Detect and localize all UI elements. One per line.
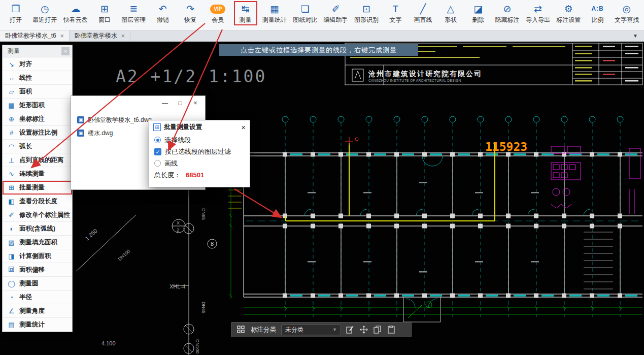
toolbar-button-scale[interactable]: A:B比例	[587, 2, 608, 24]
toolbar-label: 形状	[445, 16, 457, 24]
toolbar-button-recent-open[interactable]: ◷最近打开	[32, 2, 57, 24]
radio-unselected-icon[interactable]	[154, 160, 161, 167]
measure-item-point-to-line[interactable]: ⊥点到直线的距离	[3, 153, 72, 167]
toolbar-button-drawing-compare[interactable]: ❏图纸对比	[293, 2, 317, 24]
edit-annotation-icon[interactable]	[346, 326, 355, 334]
tab-label: 卧佛堂教学楼水_t6	[5, 31, 56, 40]
radio-selected-icon[interactable]	[154, 137, 161, 143]
measure-item-modify-annotation[interactable]: ✐修改单个标注属性	[3, 208, 72, 222]
measure-item-align[interactable]: ↘对齐	[3, 57, 72, 71]
toolbar-button-annotation-settings[interactable]: ⚙标注设置	[556, 2, 581, 24]
gear-icon: ⚙	[564, 2, 573, 16]
toolbar-button-text-search[interactable]: ◎文字查找	[615, 2, 639, 24]
angle-icon: ∠	[7, 307, 16, 315]
toolbar-label: 文字查找	[615, 16, 639, 24]
measure-item-angle[interactable]: ∠测量角度	[3, 304, 72, 318]
toolbar-button-measure[interactable]: ↹测量	[235, 2, 256, 24]
category-dropdown[interactable]: 未分类 ▼	[281, 325, 341, 335]
toolbar-label: 比例	[592, 16, 604, 24]
measure-item-radius[interactable]: ◔半径	[3, 291, 72, 304]
measure-item-area-offset[interactable]: 回面积偏移	[3, 263, 72, 277]
panel-close-icon[interactable]: ×	[61, 47, 70, 55]
toolbar-label: 画直线	[414, 16, 432, 24]
toolbar-button-cloud-disk[interactable]: ☁快看云盘	[63, 2, 88, 24]
measure-panel-header: 测量 ×	[3, 45, 72, 57]
area-icon: ▱	[7, 88, 16, 95]
measure-item-continuous[interactable]: ∿连续测量	[3, 167, 72, 181]
measure-item-batch[interactable]: ⊞批量测量	[3, 181, 72, 195]
tab-close-icon[interactable]: ×	[121, 33, 125, 40]
radio-draw-line[interactable]: 画线	[149, 157, 250, 169]
recognition-frame-icon: ⊡	[362, 2, 370, 16]
measure-item-fill-area[interactable]: ▨测量填充面积	[3, 236, 72, 249]
rect-area-icon: ▦	[7, 102, 16, 109]
measure-item-circle[interactable]: ◯测量圆	[3, 277, 72, 291]
measure-item-label: 弧长	[19, 142, 32, 151]
close-icon[interactable]: ×	[188, 100, 203, 107]
toolbar-button-hide-annotations[interactable]: ⊘隐藏标注	[495, 2, 520, 24]
toolbar-label: 文字	[389, 16, 401, 24]
toolbar-button-text[interactable]: T文字	[385, 2, 406, 24]
measure-item-segment-length[interactable]: ◧查看分段长度	[3, 195, 72, 208]
measure-item-linear[interactable]: ↔线性	[3, 71, 72, 85]
checkbox-checked-icon[interactable]: ✓	[154, 148, 161, 155]
pipe-label-dn100-b: DN100	[195, 339, 200, 353]
toolbar-label: 会员	[212, 16, 224, 24]
tab-label: 卧佛堂教学楼水	[75, 31, 117, 40]
batch-measure-icon: ⊞	[7, 184, 16, 191]
measure-item-arc-length[interactable]: ◠弧长	[3, 140, 72, 153]
toolbar-button-undo[interactable]: ↶撤销	[152, 2, 174, 24]
maximize-icon[interactable]: □	[173, 100, 188, 107]
toolbar-button-draw-line[interactable]: ╱画直线	[413, 2, 434, 24]
toolbar-button-shape-recognition[interactable]: ⊡图形识别	[354, 2, 379, 24]
toolbar-button-vip[interactable]: VIP会员	[207, 2, 228, 24]
measure-item-area-arc[interactable]: ◗面积(含弧线)	[3, 222, 72, 236]
toolbar-button-import-export[interactable]: ⇄导入导出	[526, 2, 550, 24]
move-annotation-icon[interactable]	[360, 326, 368, 334]
measure-item-label: 连续测量	[19, 170, 45, 178]
radius-icon: ◔	[7, 294, 16, 301]
measure-item-side-area[interactable]: ◨计算侧面积	[3, 249, 72, 263]
file-name: 卧佛堂教学楼水_t6.dwg	[88, 116, 152, 124]
open-folder-icon: ❐	[11, 2, 20, 16]
total-length-label: 总长度：	[154, 171, 181, 180]
checkbox-layer-filter[interactable]: ✓ 按已选线段的图层过滤	[149, 146, 250, 157]
edit-pencil-icon: ✐	[7, 211, 16, 219]
paste-annotation-icon[interactable]	[387, 326, 396, 334]
close-icon[interactable]: ×	[241, 123, 246, 132]
file-dialog-titlebar: — □ ×	[71, 96, 205, 110]
cloud-icon: ☁	[71, 2, 80, 16]
measure-item-rect-area[interactable]: ▦矩形面积	[3, 99, 72, 112]
toolbar-button-window[interactable]: ⊞窗口	[94, 2, 115, 24]
toolbar-button-open[interactable]: ❐打开	[5, 2, 26, 24]
tab-document-2[interactable]: 卧佛堂教学楼水 ×	[70, 30, 130, 41]
dwg-file-icon: ▣	[77, 130, 84, 137]
toolbar-button-delete[interactable]: ◪删除	[467, 2, 489, 24]
toolbar-button-measure-stats[interactable]: ▦测量统计	[262, 2, 287, 24]
toolbar-label: 隐藏标注	[495, 16, 520, 24]
eye-slash-icon: ⊘	[503, 2, 512, 16]
measure-item-label: 批量测量	[19, 183, 45, 192]
cad-canvas[interactable]: A2 +1/2 1:100	[0, 42, 644, 355]
minimize-icon[interactable]: —	[157, 100, 173, 107]
clock-icon: ◷	[41, 2, 49, 16]
toolbar-label: 删除	[472, 16, 484, 24]
radio-select-segment[interactable]: 选择线段	[149, 134, 250, 146]
toolbar-button-shapes[interactable]: △形状	[440, 2, 461, 24]
toolbar-button-edit-assistant[interactable]: ✐编辑助手	[324, 2, 348, 24]
measure-item-area[interactable]: ▱面积	[3, 85, 72, 99]
toolbar-button-layer-manager[interactable]: ≣图层管理	[121, 2, 146, 24]
hint-message-bar: 点击左键或拉框选择要测量的线段，右键完成测量	[219, 44, 418, 56]
toolbar-button-redo[interactable]: ↷恢复	[180, 2, 201, 24]
tab-overflow-chevron-icon[interactable]: ▼	[633, 33, 644, 39]
measure-item-set-scale[interactable]: #设置标注比例	[3, 126, 72, 140]
measure-item-stats[interactable]: ▤测量统计	[3, 318, 72, 332]
measure-item-label: 对齐	[19, 60, 32, 69]
copy-annotation-icon[interactable]	[374, 326, 382, 334]
tab-document-1[interactable]: 卧佛堂教学楼水_t6 ×	[0, 30, 70, 41]
tab-close-icon[interactable]: ×	[60, 33, 64, 40]
measure-item-coordinate[interactable]: ⊕坐标标注	[3, 112, 72, 126]
measure-item-label: 计算侧面积	[19, 252, 51, 261]
company-name-text: 沧州市建筑设计研究院有限公司	[368, 70, 482, 78]
annotation-classify-bar: 标注分类 未分类 ▼	[231, 322, 412, 337]
